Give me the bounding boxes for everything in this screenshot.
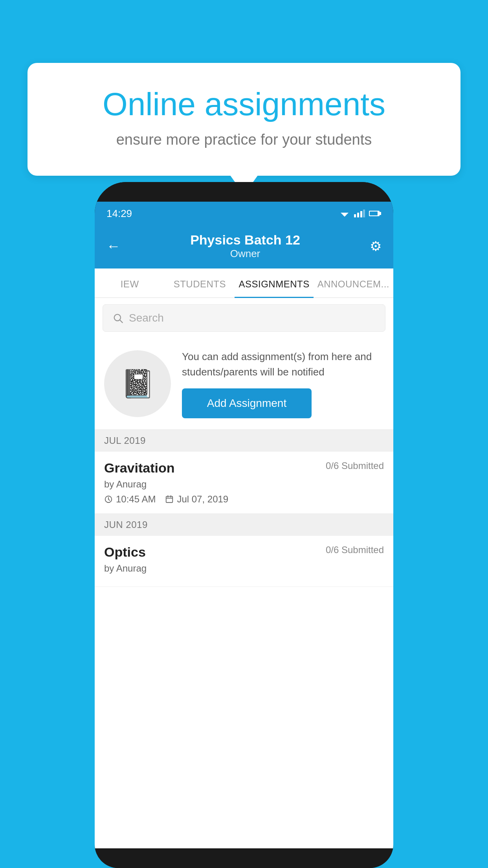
gravitation-date-text: Jul 07, 2019 xyxy=(177,494,228,505)
header-title: Physics Batch 12 xyxy=(121,232,370,248)
assignment-name-gravitation: Gravitation xyxy=(104,460,174,476)
phone-bottom-bar xyxy=(95,848,393,868)
calendar-icon xyxy=(165,495,174,504)
gravitation-time-text: 10:45 AM xyxy=(116,494,156,505)
section-month-jul: JUL 2019 xyxy=(104,435,146,446)
back-button[interactable]: ← xyxy=(106,238,121,254)
assignment-time-gravitation: 10:45 AM xyxy=(104,494,156,505)
section-header-jul: JUL 2019 xyxy=(95,430,393,452)
assignment-by-gravitation: by Anurag xyxy=(104,479,384,490)
speech-bubble: Online assignments ensure more practice … xyxy=(28,63,460,176)
search-bar[interactable]: Search xyxy=(103,304,385,332)
phone-screen: Search 📓 You can add assignment(s) from … xyxy=(95,298,393,848)
speech-bubble-title: Online assignments xyxy=(55,86,433,122)
assignment-submitted-gravitation: 0/6 Submitted xyxy=(326,460,384,471)
assignment-name-optics: Optics xyxy=(104,544,146,560)
phone-mockup: 14:29 xyxy=(95,182,393,868)
svg-rect-9 xyxy=(370,211,378,215)
svg-rect-8 xyxy=(380,212,381,215)
svg-rect-6 xyxy=(363,210,365,217)
search-placeholder: Search xyxy=(129,312,164,324)
tab-overview[interactable]: IEW xyxy=(95,269,165,298)
svg-rect-3 xyxy=(354,214,356,217)
phone-top-bar xyxy=(95,182,393,202)
phone-frame: 14:29 xyxy=(95,182,393,868)
assignment-right-panel: You can add assignment(s) from here and … xyxy=(182,349,384,418)
clock-icon xyxy=(104,495,113,504)
assignment-item-gravitation[interactable]: Gravitation 0/6 Submitted by Anurag 10:4… xyxy=(95,452,393,514)
tab-announcements-label: ANNOUNCEM... xyxy=(317,279,389,289)
tab-assignments-label: ASSIGNMENTS xyxy=(238,279,309,289)
assignment-notebook-icon: 📓 xyxy=(121,368,155,400)
assignment-item-optics[interactable]: Optics 0/6 Submitted by Anurag xyxy=(95,536,393,587)
assignment-submitted-optics: 0/6 Submitted xyxy=(326,544,384,555)
assignment-icon-circle: 📓 xyxy=(104,350,171,417)
section-month-jun: JUN 2019 xyxy=(104,519,148,530)
assignment-description: You can add assignment(s) from here and … xyxy=(182,349,384,380)
wifi-icon xyxy=(339,210,350,217)
add-assignment-button[interactable]: Add Assignment xyxy=(182,388,312,418)
status-icons xyxy=(339,210,382,217)
assignment-meta-gravitation: 10:45 AM Jul 07, 2019 xyxy=(104,494,384,505)
search-container: Search xyxy=(95,298,393,338)
tab-students-label: STUDENTS xyxy=(174,279,226,289)
svg-rect-13 xyxy=(166,497,173,503)
svg-marker-2 xyxy=(343,215,346,217)
speech-bubble-section: Online assignments ensure more practice … xyxy=(28,63,460,195)
svg-rect-4 xyxy=(357,213,359,217)
assignment-date-gravitation: Jul 07, 2019 xyxy=(165,494,228,505)
add-assignment-area: 📓 You can add assignment(s) from here an… xyxy=(95,338,393,430)
app-header: ← Physics Batch 12 Owner ⚙ xyxy=(95,225,393,268)
section-header-jun: JUN 2019 xyxy=(95,514,393,536)
signal-icon xyxy=(354,210,365,217)
tab-overview-label: IEW xyxy=(121,279,139,289)
status-bar: 14:29 xyxy=(95,202,393,225)
search-icon xyxy=(112,313,123,324)
tabs-bar: IEW STUDENTS ASSIGNMENTS ANNOUNCEM... xyxy=(95,268,393,298)
tab-students[interactable]: STUDENTS xyxy=(165,269,235,298)
assignment-by-optics: by Anurag xyxy=(104,563,384,574)
status-time: 14:29 xyxy=(106,208,132,220)
header-subtitle: Owner xyxy=(121,248,370,260)
assignment-item-top: Gravitation 0/6 Submitted xyxy=(104,460,384,476)
header-title-group: Physics Batch 12 Owner xyxy=(121,232,370,260)
gear-icon[interactable]: ⚙ xyxy=(370,238,382,254)
phone-notch xyxy=(220,182,268,197)
svg-line-11 xyxy=(120,320,123,323)
tab-assignments[interactable]: ASSIGNMENTS xyxy=(235,269,313,298)
svg-rect-5 xyxy=(360,211,362,217)
tab-announcements[interactable]: ANNOUNCEM... xyxy=(314,269,393,298)
speech-bubble-subtitle: ensure more practice for your students xyxy=(55,131,433,148)
battery-icon xyxy=(369,210,382,217)
assignment-item-optics-top: Optics 0/6 Submitted xyxy=(104,544,384,560)
